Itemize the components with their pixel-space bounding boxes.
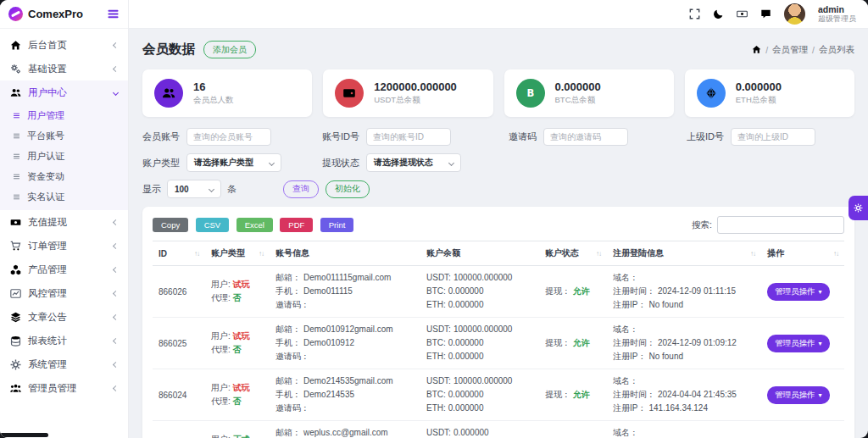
sidebar-item-icon xyxy=(10,217,21,228)
page-size-select[interactable]: 100 xyxy=(167,180,221,198)
table-toolbar: Copy CSV Excel PDF Print 搜索: xyxy=(153,216,844,234)
sidebar-item-icon xyxy=(10,335,21,347)
sort-icon[interactable]: ↑↓ xyxy=(259,250,264,258)
sort-icon[interactable]: ↑↓ xyxy=(833,250,838,258)
sidebar-item[interactable]: 文章公告 xyxy=(0,305,128,329)
breadcrumb-items: / 会员管理 / 会员列表 xyxy=(765,44,854,56)
admin-meta[interactable]: admin 超级管理员 xyxy=(818,4,856,24)
sidebar-item-user-center[interactable]: 用户中心 xyxy=(0,80,128,104)
sort-icon[interactable]: ↑↓ xyxy=(596,250,601,258)
stat-card: 16 会员总人数 xyxy=(142,69,312,117)
stat-icon xyxy=(154,79,183,108)
sidebar-item[interactable]: 后台首页 xyxy=(0,33,128,57)
sidebar-bottom-items: 充值提现 订单管理 产品管理 xyxy=(0,210,128,400)
cell-register-info: 域名： 注册时间：2024-04-04 21:45:35 注册IP：141.16… xyxy=(607,369,761,421)
stat-cards: 16 会员总人数 1200000.000000 USDT总余额 xyxy=(142,69,854,117)
cell-balance: USDT:0.000000 BTC:0.000000 ETH:0.000000 xyxy=(420,421,539,438)
search-input[interactable] xyxy=(717,216,844,234)
table-settings-button[interactable] xyxy=(849,196,868,220)
sidebar-item[interactable]: 报表统计 xyxy=(0,329,128,352)
header-icon[interactable] xyxy=(713,8,724,19)
stat-value: 16 xyxy=(193,80,234,93)
avatar[interactable] xyxy=(784,3,805,25)
export-button[interactable]: Copy xyxy=(153,218,188,232)
column-header[interactable]: 账户状态 ↑↓ xyxy=(539,241,607,266)
column-header[interactable]: 操作 ↑↓ xyxy=(761,241,844,266)
filter-input[interactable] xyxy=(186,128,271,146)
usdt-balance: 0.000000 xyxy=(453,428,489,437)
cell-balance: USDT:100000.000000 BTC:0.000000 ETH:0.00… xyxy=(420,266,539,318)
reset-button[interactable]: 初始化 xyxy=(326,180,370,198)
sidebar-item[interactable]: 充值提现 xyxy=(0,210,128,234)
filter-input[interactable] xyxy=(366,128,451,146)
filter-input[interactable] xyxy=(543,128,628,146)
withdraw-status: 允许 xyxy=(573,286,590,296)
display-label: 显示 xyxy=(142,183,161,196)
breadcrumb-item[interactable]: 会员列表 xyxy=(819,44,854,56)
filter-select[interactable]: 请选择提现状态 xyxy=(366,153,461,172)
header-icon[interactable] xyxy=(760,8,771,19)
filter-select[interactable]: 请选择账户类型 xyxy=(186,153,281,172)
table-row: 866026 用户:试玩 代理:否 邮箱：Demo011115gmail.com… xyxy=(153,266,844,318)
column-header[interactable]: 账户余额 xyxy=(420,241,539,266)
btc-balance: 0.000000 xyxy=(448,390,484,399)
register-time: 2024-12-09 01:09:12 xyxy=(658,338,737,347)
admin-action-button[interactable]: 管理员操作 ▾ xyxy=(767,283,830,301)
column-header[interactable]: 账号信息 xyxy=(270,241,420,266)
column-header[interactable]: 账户类型 ↑↓ xyxy=(205,241,270,266)
sidebar-subitem[interactable]: 用户认证 xyxy=(0,146,128,166)
sort-icon[interactable]: ↑↓ xyxy=(750,250,755,258)
horizontal-scrollbar-thumb[interactable] xyxy=(0,433,48,437)
sidebar-item[interactable]: 产品管理 xyxy=(0,258,128,281)
logo-text: ComexPro xyxy=(28,8,102,20)
withdraw-status: 允许 xyxy=(573,338,590,347)
stat-card: 0.000000 ETH总余额 xyxy=(685,69,854,117)
column-label: 账号信息 xyxy=(275,247,309,259)
admin-action-button[interactable]: 管理员操作 ▾ xyxy=(767,335,830,352)
add-member-button[interactable]: 添加会员 xyxy=(203,41,256,58)
column-header[interactable]: ID ↑↓ xyxy=(153,241,205,266)
sidebar-subitem[interactable]: 平台账号 xyxy=(0,125,128,146)
menu-toggle-icon[interactable] xyxy=(107,8,120,20)
admin-action-button[interactable]: 管理员操作 ▾ xyxy=(767,386,830,404)
cell-id: 866024 xyxy=(153,369,205,421)
eth-balance: 0.000000 xyxy=(448,352,484,361)
register-ip: No found xyxy=(648,300,683,309)
breadcrumb-item[interactable]: 会员管理 xyxy=(772,44,808,56)
sidebar-subitem[interactable]: 用户管理 xyxy=(0,105,128,125)
sort-icon[interactable]: ↑↓ xyxy=(194,250,199,258)
sidebar-item[interactable]: 系统管理 xyxy=(0,352,128,376)
cell-status: 提现：允许 xyxy=(539,266,607,318)
query-button[interactable]: 查询 xyxy=(283,180,319,198)
header-icon[interactable] xyxy=(737,8,748,19)
cell-status: 提现：允许 xyxy=(539,318,607,369)
usdt-balance: 100000.000000 xyxy=(453,273,513,282)
sidebar-subitem[interactable]: 实名认证 xyxy=(0,186,128,207)
filter-input[interactable] xyxy=(731,128,815,146)
sidebar-item[interactable]: 订单管理 xyxy=(0,234,128,258)
column-header[interactable]: 注册登陆信息 ↑↓ xyxy=(607,241,761,266)
column-label: 操作 xyxy=(767,247,784,259)
filter-buttons: 查询 初始化 xyxy=(283,180,370,198)
chevron-left-icon xyxy=(113,219,119,225)
sidebar-item[interactable]: 管理员管理 xyxy=(0,376,128,400)
export-button[interactable]: Excel xyxy=(236,218,273,232)
export-button[interactable]: Print xyxy=(320,218,354,232)
header-icon[interactable] xyxy=(689,8,700,19)
export-button[interactable]: CSV xyxy=(196,218,230,232)
column-label: ID xyxy=(159,249,167,258)
sidebar-submenu: 用户管理 平台账号 用户认证 xyxy=(0,104,128,210)
sidebar-item-label: 充值提现 xyxy=(28,216,107,229)
filter-label: 账户类型 xyxy=(142,157,180,169)
home-icon[interactable] xyxy=(752,45,761,54)
export-button[interactable]: PDF xyxy=(280,218,313,232)
stat-icon xyxy=(335,79,364,108)
sidebar-item[interactable]: 基础设置 xyxy=(0,57,128,80)
sidebar-item-label: 文章公告 xyxy=(28,311,107,324)
cell-account-type: 用户:正式 代理:否 xyxy=(205,421,270,438)
table-body: 866026 用户:试玩 代理:否 邮箱：Demo011115gmail.com… xyxy=(153,266,844,438)
sidebar-item[interactable]: 风控管理 xyxy=(0,281,128,305)
chevron-left-icon xyxy=(113,290,119,296)
sidebar-item-label: 后台首页 xyxy=(28,39,107,52)
sidebar-subitem[interactable]: 资金变动 xyxy=(0,166,128,186)
